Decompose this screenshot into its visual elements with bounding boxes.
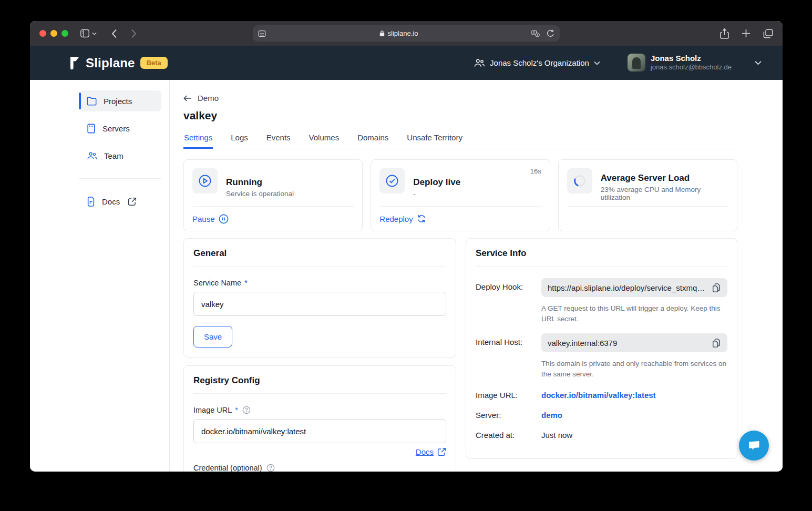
reader-icon[interactable]	[258, 30, 266, 37]
status-cards: Running Service is operational Pause	[183, 159, 737, 231]
registry-docs-link[interactable]: Docs	[416, 447, 446, 456]
sliplane-logo-icon	[69, 56, 80, 70]
chevron-down-icon[interactable]	[755, 60, 762, 65]
service-info-heading: Service Info	[476, 248, 727, 259]
server-icon	[87, 124, 96, 134]
beta-badge: Beta	[140, 57, 168, 69]
forward-icon[interactable]	[131, 29, 137, 38]
copy-icon[interactable]	[712, 283, 721, 293]
deploy-hook-value-pill: https://api.sliplane.io/deploy/service_s…	[541, 278, 727, 297]
status-card-title: Running	[226, 177, 294, 188]
brand-name: Sliplane	[86, 56, 135, 70]
image-url-label: Image URL *	[193, 406, 446, 414]
save-button[interactable]: Save	[193, 326, 232, 348]
translate-icon[interactable]	[531, 30, 540, 37]
service-name-label: Service Name *	[193, 279, 446, 287]
sidebar-toggle-icon[interactable]	[80, 29, 90, 38]
status-card-server-load: Average Server Load 23% average CPU and …	[558, 159, 737, 231]
user-menu[interactable]: Jonas Scholz jonas.scholz@bbscholz.de	[628, 54, 732, 72]
external-link-icon	[437, 447, 446, 456]
lock-icon	[379, 30, 385, 37]
deploy-hook-note: A GET request to this URL will trigger a…	[541, 303, 723, 324]
pause-button[interactable]: Pause	[192, 214, 229, 224]
chevron-down-icon	[594, 61, 600, 65]
divider	[193, 266, 446, 267]
chevron-down-icon[interactable]	[92, 32, 97, 35]
general-panel: General Service Name * Save	[183, 238, 456, 357]
internal-host-note: This domain is private and only reachabl…	[541, 359, 727, 379]
sidebar-item-team[interactable]: Team	[79, 145, 161, 166]
copy-icon[interactable]	[712, 338, 721, 348]
redeploy-button[interactable]: Redeploy	[379, 214, 426, 223]
breadcrumb-label: Demo	[198, 94, 219, 103]
zoom-window-button[interactable]	[61, 30, 68, 37]
question-circle-icon[interactable]	[266, 464, 275, 472]
registry-heading: Registry Config	[193, 375, 446, 386]
back-icon[interactable]	[111, 29, 117, 38]
required-asterisk: *	[235, 406, 238, 414]
server-row-label: Server:	[476, 411, 541, 420]
internal-host-value-pill: valkey.internal:6379	[541, 333, 727, 352]
chat-icon	[747, 440, 761, 452]
close-window-button[interactable]	[39, 30, 46, 37]
image-url-link[interactable]: docker.io/bitnami/valkey:latest	[541, 391, 656, 400]
sidebar-item-projects[interactable]: Projects	[79, 90, 161, 111]
status-card-running: Running Service is operational Pause	[183, 159, 363, 231]
tab-unsafe-territory[interactable]: Unsafe Territory	[406, 133, 463, 149]
redeploy-label: Redeploy	[379, 214, 413, 223]
deploy-duration: 16s	[530, 167, 541, 175]
browser-toolbar: sliplane.io	[30, 21, 783, 46]
image-url-input[interactable]	[193, 419, 446, 443]
sidebar-item-label: Projects	[104, 97, 132, 106]
url-bar[interactable]: sliplane.io	[253, 25, 560, 42]
left-panel-column: General Service Name * Save Registry Con…	[183, 238, 456, 472]
tab-settings[interactable]: Settings	[183, 133, 213, 149]
url-text: sliplane.io	[388, 29, 418, 37]
sidebar-item-docs[interactable]: Docs	[79, 191, 161, 212]
internal-host-label: Internal Host:	[476, 333, 541, 379]
user-email: jonas.scholz@bbscholz.de	[651, 63, 732, 72]
label-text: Service Name	[193, 279, 241, 287]
back-arrow-icon	[183, 95, 192, 102]
sidebar-divider	[79, 178, 161, 179]
organization-icon	[474, 58, 485, 68]
divider	[476, 266, 727, 267]
tab-logs[interactable]: Logs	[230, 133, 249, 149]
minimize-window-button[interactable]	[50, 30, 57, 37]
breadcrumb[interactable]: Demo	[183, 94, 219, 103]
user-name: Jonas Scholz	[651, 54, 732, 63]
traffic-lights	[39, 30, 68, 37]
browser-window: sliplane.io	[30, 21, 783, 472]
image-url-row-label: Image URL:	[476, 391, 541, 400]
brand[interactable]: Sliplane Beta	[69, 56, 168, 70]
status-card-deploy: 16s Deploy live - Redeploy	[371, 159, 550, 231]
redeploy-icon	[417, 214, 426, 223]
service-name-input[interactable]	[193, 292, 446, 316]
new-tab-icon[interactable]	[742, 29, 751, 38]
reload-icon[interactable]	[547, 29, 554, 38]
registry-config-panel: Registry Config Image URL * D	[183, 365, 456, 472]
organization-switcher[interactable]: Jonas Scholz's Organization	[474, 58, 600, 68]
check-circle-icon	[379, 168, 405, 193]
avatar	[628, 54, 645, 71]
chat-widget-button[interactable]	[739, 431, 769, 461]
server-link[interactable]: demo	[541, 411, 562, 420]
sidebar-item-servers[interactable]: Servers	[79, 118, 161, 139]
status-card-title: Deploy live	[413, 177, 460, 188]
status-card-subtitle: -	[413, 190, 460, 198]
share-icon[interactable]	[720, 28, 729, 39]
sidebar: Projects Servers Team	[30, 80, 170, 472]
sidebar-item-label: Servers	[102, 124, 130, 133]
tab-domains[interactable]: Domains	[357, 133, 389, 149]
status-card-subtitle: 23% average CPU and Memory utilization	[601, 186, 728, 201]
tab-volumes[interactable]: Volumes	[309, 133, 340, 149]
created-at-label: Created at:	[476, 431, 541, 440]
deploy-hook-value: https://api.sliplane.io/deploy/service_s…	[548, 283, 706, 292]
play-circle-icon	[192, 168, 218, 193]
app-header: Sliplane Beta Jonas Scholz's Organizatio…	[30, 46, 783, 80]
question-circle-icon[interactable]	[242, 406, 251, 414]
tabs-overview-icon[interactable]	[763, 29, 773, 38]
tab-events[interactable]: Events	[266, 133, 291, 149]
sidebar-item-label: Team	[104, 151, 124, 160]
team-icon	[87, 151, 97, 160]
